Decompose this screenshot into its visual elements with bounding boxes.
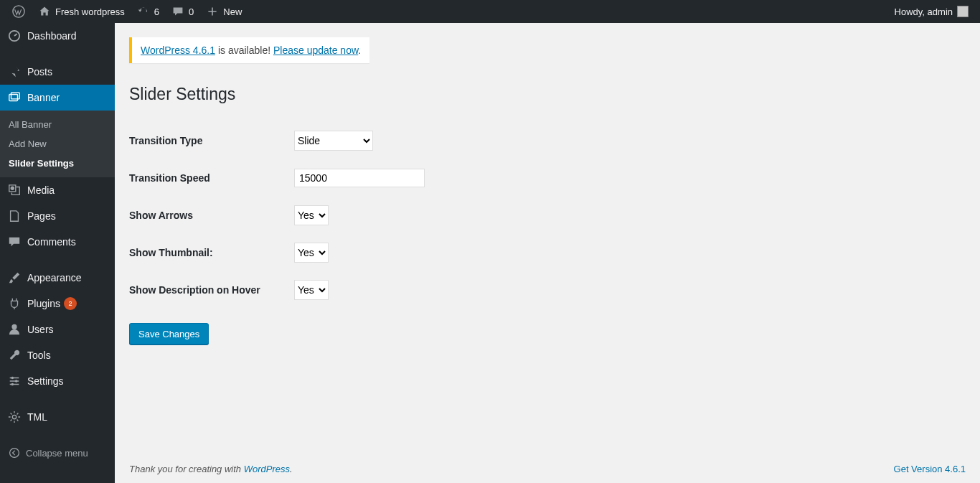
sidebar-item-dashboard[interactable]: Dashboard (0, 23, 115, 49)
images-icon (7, 90, 22, 105)
svg-rect-2 (9, 95, 18, 101)
gear-icon (7, 410, 22, 424)
svg-point-5 (11, 324, 17, 329)
sidebar-label: Dashboard (27, 30, 77, 42)
media-icon (7, 183, 22, 197)
svg-rect-3 (11, 93, 20, 99)
notice-tail: . (358, 44, 361, 56)
svg-point-0 (13, 6, 24, 17)
settings-form: Transition Type Slide Transition Speed S… (129, 122, 966, 309)
sidebar-label: Banner (27, 92, 60, 103)
sidebar-label: Pages (27, 210, 56, 222)
page-title: Slider Settings (129, 85, 966, 104)
comments-link[interactable]: 0 (165, 0, 199, 23)
show-description-select[interactable]: Yes (294, 280, 329, 300)
avatar (957, 6, 969, 17)
sidebar-label: Settings (27, 375, 64, 387)
wrench-icon (7, 348, 22, 362)
sidebar-label: Media (27, 184, 55, 196)
svg-point-7 (15, 380, 18, 383)
comments-count: 0 (189, 6, 194, 17)
plugin-icon (7, 296, 22, 311)
footer-wp-link[interactable]: WordPress (244, 464, 290, 474)
notice-text: is available! (215, 44, 273, 56)
transition-speed-input[interactable] (294, 169, 425, 187)
svg-point-9 (12, 415, 16, 418)
page-icon (7, 209, 22, 223)
sidebar-item-media[interactable]: Media (0, 177, 115, 203)
howdy-text: Howdy, admin (895, 6, 953, 17)
sidebar-label: Comments (27, 236, 76, 248)
banner-submenu: All Banner Add New Slider Settings (0, 111, 115, 177)
sidebar-label: Posts (27, 66, 52, 78)
sidebar-item-comments[interactable]: Comments (0, 229, 115, 255)
home-icon (37, 4, 52, 19)
field-label-show-description: Show Description on Hover (129, 271, 287, 309)
new-label: New (223, 6, 242, 17)
field-label-transition-speed: Transition Speed (129, 159, 287, 197)
svg-point-6 (11, 377, 14, 380)
brush-icon (7, 271, 22, 285)
update-notice: WordPress 4.6.1 is available! Please upd… (129, 37, 369, 63)
my-account-link[interactable]: Howdy, admin (889, 0, 974, 23)
sidebar-item-tml[interactable]: TML (0, 404, 115, 430)
svg-point-4 (11, 187, 14, 190)
sidebar-label: Appearance (27, 272, 82, 283)
updates-link[interactable]: 6 (131, 0, 165, 23)
footer-thanks-pre: Thank you for creating with (129, 464, 244, 474)
collapse-menu[interactable]: Collapse menu (0, 440, 115, 466)
submenu-all-banner[interactable]: All Banner (0, 115, 115, 134)
transition-type-select[interactable]: Slide (294, 131, 373, 151)
footer-version-link[interactable]: Get Version 4.6.1 (894, 464, 966, 474)
sidebar-item-appearance[interactable]: Appearance (0, 265, 115, 291)
collapse-label: Collapse menu (26, 448, 88, 459)
pushpin-icon (7, 65, 22, 79)
sidebar-item-plugins[interactable]: Plugins 2 (0, 291, 115, 316)
admin-bar: Fresh wordpress 6 0 New Howdy, admin (0, 0, 980, 23)
updates-icon (136, 4, 151, 19)
sidebar-item-settings[interactable]: Settings (0, 368, 115, 394)
new-content-link[interactable]: New (199, 0, 248, 23)
field-label-transition-type: Transition Type (129, 122, 287, 159)
admin-sidebar: Dashboard Posts Banner All Banner Add Ne… (0, 23, 115, 483)
show-thumbnail-select[interactable]: Yes (294, 243, 329, 263)
svg-point-10 (10, 449, 19, 458)
sidebar-label: Plugins (27, 298, 60, 309)
content-area: WordPress 4.6.1 is available! Please upd… (115, 23, 980, 483)
sidebar-label: Users (27, 324, 54, 335)
sliders-icon (7, 374, 22, 388)
sidebar-item-pages[interactable]: Pages (0, 203, 115, 229)
site-name-text: Fresh wordpress (55, 6, 125, 17)
sidebar-label: Tools (27, 350, 51, 361)
wp-version-link[interactable]: WordPress 4.6.1 (141, 44, 215, 56)
submenu-add-new[interactable]: Add New (0, 134, 115, 154)
plugin-update-count: 2 (64, 297, 77, 310)
site-name-link[interactable]: Fresh wordpress (32, 0, 131, 23)
svg-point-8 (11, 383, 14, 386)
wordpress-icon (11, 4, 26, 19)
comment-icon (171, 4, 185, 19)
save-button[interactable]: Save Changes (129, 323, 209, 344)
dashboard-icon (7, 29, 22, 43)
sidebar-item-posts[interactable]: Posts (0, 59, 115, 85)
sidebar-item-tools[interactable]: Tools (0, 342, 115, 368)
sidebar-label: TML (27, 411, 47, 423)
collapse-icon (7, 446, 22, 460)
sidebar-item-users[interactable]: Users (0, 316, 115, 342)
comment-icon (7, 235, 22, 249)
user-icon (7, 322, 22, 337)
updates-count: 6 (154, 6, 159, 17)
wp-logo[interactable] (6, 0, 32, 23)
sidebar-item-banner[interactable]: Banner (0, 85, 115, 111)
footer: Thank you for creating with WordPress. G… (115, 455, 980, 483)
footer-thanks-post: . (290, 464, 293, 474)
show-arrows-select[interactable]: Yes (294, 205, 329, 225)
plus-icon (205, 4, 220, 19)
update-now-link[interactable]: Please update now (273, 44, 358, 56)
submenu-slider-settings[interactable]: Slider Settings (0, 154, 115, 173)
field-label-show-arrows: Show Arrows (129, 197, 287, 234)
field-label-show-thumbnail: Show Thumbnail: (129, 234, 287, 271)
